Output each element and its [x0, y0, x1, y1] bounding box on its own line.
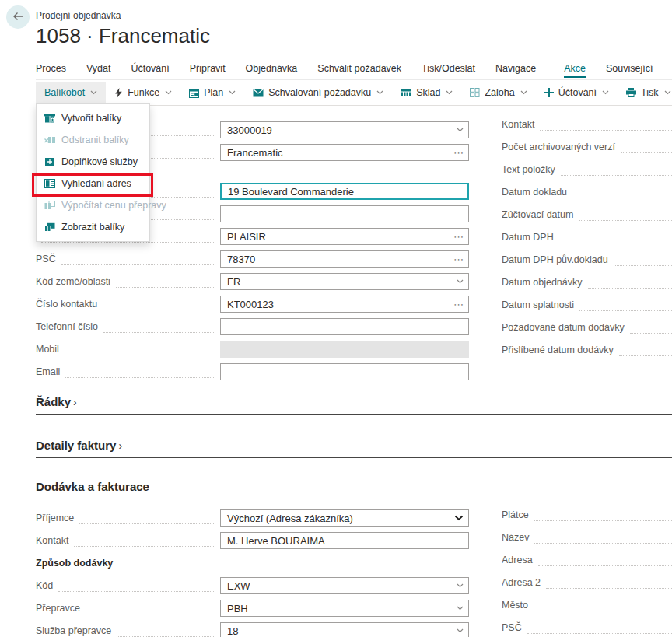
shipping-label-ps: PSČ: [502, 622, 522, 633]
field-row: Adresa 2: [502, 574, 672, 591]
section-shipping-billing[interactable]: Dodávka a fakturace: [36, 480, 672, 499]
package-delete-icon: [44, 135, 55, 145]
ellipsis-lookup-icon[interactable]: ⋯: [453, 231, 468, 243]
menu-item-navigace[interactable]: Navigace: [495, 63, 536, 76]
dotted-leader: [61, 254, 214, 265]
shipping-input-kontakt[interactable]: M. Herve BOURAIMA: [220, 532, 469, 549]
sales-order-page: Prodejní objednávka 1058 · Francematic P…: [0, 0, 672, 637]
dropdown-item-zobrazit-bal-ky[interactable]: Zobrazit balíky: [37, 216, 149, 238]
toolbar-button-sklad[interactable]: Sklad: [392, 82, 461, 103]
general-input-4[interactable]: 19 Boulevard Commanderie: [220, 183, 469, 200]
address-search-icon: [44, 179, 55, 188]
field-value: 78370: [221, 254, 453, 265]
chevron-down-icon[interactable]: [457, 583, 468, 588]
select-chevron-icon[interactable]: [454, 515, 468, 521]
package-price-icon: [44, 201, 55, 210]
field-row: Požadované datum dodávky: [502, 319, 672, 336]
dotted-leader: [103, 321, 214, 333]
dropdown-item-dopl-kov-slu-by[interactable]: Doplňkové služby: [37, 151, 149, 173]
ellipsis-lookup-icon[interactable]: ⋯: [453, 147, 468, 159]
field-value: 19 Boulevard Commanderie: [222, 186, 467, 198]
grid-icon: [470, 88, 480, 97]
field-label-k-d: Kód: [36, 580, 53, 591]
field-value: PLAISIR: [221, 231, 453, 243]
chevron-down-icon: [376, 90, 383, 95]
package-create-icon: [44, 114, 55, 123]
section-invoice-details[interactable]: Detaily faktury›: [36, 439, 672, 458]
field-row: PSČ: [502, 619, 672, 636]
section-lines[interactable]: Řádky›: [36, 395, 672, 415]
dotted-leader: [65, 366, 214, 378]
menu-item-tisk-odeslat[interactable]: Tisk/Odeslat: [422, 63, 475, 76]
dropdown-item-vytvo-it-bal-ky[interactable]: Vytvořit balíky: [37, 107, 149, 129]
dotted-leader: [74, 535, 214, 547]
field-label-k-d-zem-oblasti: Kód země/oblasti: [36, 276, 110, 287]
general-input-ps[interactable]: 78370⋯: [220, 250, 469, 268]
general-input-1[interactable]: 33000019: [220, 121, 469, 138]
field-row: Kontakt: [502, 116, 672, 133]
general-input-5[interactable]: [220, 205, 469, 222]
toolbar-button-z-loha[interactable]: Záloha: [461, 82, 535, 103]
back-button[interactable]: [6, 5, 30, 29]
chevron-down-icon[interactable]: [457, 628, 468, 633]
shipping-label-adresa-2: Adresa 2: [502, 577, 541, 588]
field-value: FR: [221, 276, 457, 288]
shipping-input-p-epravce[interactable]: PBH: [220, 600, 469, 617]
field-label-ps: PSČ: [36, 254, 56, 264]
field-row: Telefonní číslo: [36, 318, 469, 335]
chevron-down-icon[interactable]: [457, 279, 468, 284]
shipping-input-p-jemce[interactable]: Výchozí (Adresa zákazníka): [220, 509, 469, 527]
field-value: Francematic: [221, 147, 453, 159]
general-fields-right: KontaktPočet archivovaných verzíText pol…: [502, 116, 672, 364]
dropdown-item-label: Zobrazit balíky: [61, 222, 124, 233]
general-input-6[interactable]: PLAISIR⋯: [220, 228, 469, 245]
dotted-leader: [79, 513, 214, 524]
general-input-2[interactable]: Francematic⋯: [220, 144, 469, 161]
group-row: Způsob dodávky: [36, 555, 469, 572]
warehouse-icon: [401, 89, 411, 96]
toolbar-button-bal-kobot[interactable]: Balíkobot: [36, 82, 106, 103]
toolbar-button-tisk[interactable]: Tisk: [618, 82, 672, 103]
ellipsis-lookup-icon[interactable]: ⋯: [453, 254, 468, 265]
menu-item-proces[interactable]: Proces: [36, 63, 66, 76]
menu-item-objedn-vka[interactable]: Objednávka: [246, 63, 298, 76]
toolbar-button-tov-n[interactable]: Účtování: [536, 82, 618, 103]
toolbar-button-label: Účtování: [558, 87, 597, 98]
field-label-mobil: Mobil: [36, 344, 59, 355]
dropdown-item-label: Výpočítat cenu přepravy: [61, 200, 166, 211]
dropdown-item-vyhled-n-adres[interactable]: Vyhledání adres: [37, 173, 149, 194]
ellipsis-lookup-icon[interactable]: ⋯: [453, 299, 468, 310]
shipping-input-k-d[interactable]: EXW: [220, 577, 469, 594]
dropdown-item-v-po-tat-cenu-p-epravy: Výpočítat cenu přepravy: [37, 194, 149, 216]
shipping-input-slu-ba-p-epravce[interactable]: 18: [220, 622, 469, 637]
toolbar-button-schvalov-n-po-adavku[interactable]: Schvalování požadavku: [244, 82, 392, 103]
chevron-down-icon[interactable]: [457, 128, 468, 132]
general-label-datum-objedn-vky: Datum objednávky: [502, 277, 583, 288]
menu-item-vydat[interactable]: Vydat: [86, 63, 111, 76]
menu-item-souvisej-c[interactable]: Související: [606, 63, 653, 76]
toolbar-button-label: Funkce: [128, 87, 159, 98]
general-input-k-d-zem-oblasti[interactable]: FR: [220, 273, 469, 290]
general-input-telefonn-slo[interactable]: [220, 318, 469, 335]
menu-item-akce[interactable]: Akce: [564, 63, 586, 78]
toolbar-button-label: Záloha: [485, 87, 514, 98]
dropdown-item-odstranit-bal-ky: Odstranit balíky: [37, 129, 149, 151]
menu-item-tov-n[interactable]: Účtování: [131, 63, 169, 76]
chevron-right-icon: ›: [118, 439, 122, 452]
mail-check-icon: [253, 89, 264, 97]
general-input-slo-kontaktu[interactable]: KT000123⋯: [220, 296, 469, 313]
dotted-leader: [534, 532, 672, 544]
general-label-datum-splatnosti: Datum splatnosti: [502, 299, 574, 310]
dropdown-item-label: Vyhledání adres: [61, 178, 131, 189]
toolbar-button-pl-n[interactable]: Plán: [180, 82, 244, 103]
field-label-p-jemce: Příjemce: [36, 513, 74, 523]
menu-item-schv-lit-po-adavek[interactable]: Schválit požadavek: [317, 63, 401, 76]
menu-item-p-ipravit[interactable]: Připravit: [190, 63, 226, 76]
field-value: Výchozí (Adresa zákazníka): [221, 513, 454, 524]
chevron-down-icon[interactable]: [457, 606, 468, 611]
toolbar-button-funkce[interactable]: Funkce: [106, 82, 180, 103]
field-row: Email: [36, 363, 469, 380]
shipping-fields-right: PlátceNázevAdresaAdresa 2MěstoPSČ: [502, 506, 672, 637]
general-input-email[interactable]: [220, 363, 469, 380]
toolbar-button-label: Tisk: [641, 87, 658, 98]
